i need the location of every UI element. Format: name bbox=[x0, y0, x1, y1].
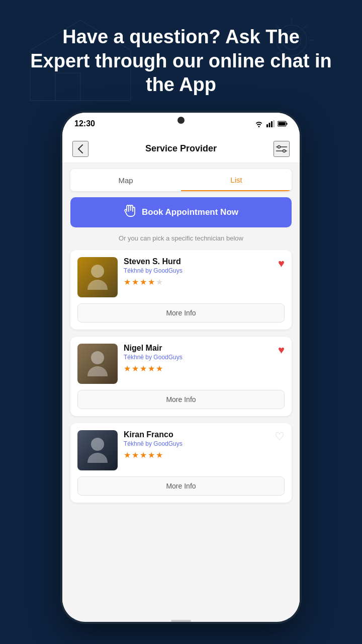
subtitle-text: Or you can pick a specific technician be… bbox=[70, 234, 292, 242]
hand-click-icon bbox=[124, 204, 137, 220]
star-3: ★ bbox=[140, 277, 147, 287]
nigel-avatar bbox=[77, 344, 118, 384]
header-title: Service Provider bbox=[145, 143, 217, 154]
star-5: ★ bbox=[156, 450, 163, 460]
star-2: ★ bbox=[132, 277, 139, 287]
star-3: ★ bbox=[140, 364, 147, 373]
svg-rect-18 bbox=[274, 120, 275, 127]
svg-point-29 bbox=[91, 351, 104, 364]
star-1: ★ bbox=[124, 277, 131, 287]
scroll-content[interactable]: Book Appointment Now Or you can pick a s… bbox=[62, 197, 300, 618]
battery-icon bbox=[278, 121, 288, 127]
card-top-nigel: Nigel Mair Tékhnē by GoodGuys ★ ★ ★ ★ ★ … bbox=[77, 344, 285, 384]
provider-info-nigel: Nigel Mair Tékhnē by GoodGuys ★ ★ ★ ★ ★ bbox=[124, 344, 272, 373]
star-5: ★ bbox=[156, 364, 163, 373]
provider-photo-steven bbox=[77, 257, 118, 297]
scroll-indicator bbox=[171, 620, 191, 622]
star-4: ★ bbox=[148, 364, 155, 373]
star-2: ★ bbox=[132, 364, 139, 373]
heart-empty-icon: ♡ bbox=[275, 430, 285, 443]
provider-info-kiran: Kiran Franco Tékhnē by GoodGuys ★ ★ ★ ★ … bbox=[124, 430, 268, 460]
star-1: ★ bbox=[124, 364, 131, 373]
provider-photo-kiran bbox=[77, 430, 118, 470]
more-info-button-kiran[interactable]: More Info bbox=[77, 476, 285, 496]
stars-kiran: ★ ★ ★ ★ ★ bbox=[124, 450, 268, 460]
card-top-steven: Steven S. Hurd Tékhnē by GoodGuys ★ ★ ★ … bbox=[77, 257, 285, 297]
heart-filled-icon: ♥ bbox=[278, 257, 285, 270]
provider-name-kiran: Kiran Franco bbox=[124, 430, 268, 439]
more-info-button-steven[interactable]: More Info bbox=[77, 303, 285, 323]
phone-screen: 12:30 bbox=[62, 113, 300, 622]
svg-rect-21 bbox=[279, 122, 286, 126]
provider-name-nigel: Nigel Mair bbox=[124, 344, 272, 353]
more-info-button-nigel[interactable]: More Info bbox=[77, 390, 285, 409]
stars-nigel: ★ ★ ★ ★ ★ bbox=[124, 364, 272, 373]
book-button-label: Book Appointment Now bbox=[142, 207, 238, 217]
favorite-button-nigel[interactable]: ♥ bbox=[278, 344, 285, 357]
favorite-button-kiran[interactable]: ♡ bbox=[275, 430, 285, 443]
svg-rect-15 bbox=[266, 124, 268, 127]
app-header: Service Provider bbox=[62, 135, 300, 163]
tab-list[interactable]: List bbox=[181, 169, 292, 191]
book-appointment-button[interactable]: Book Appointment Now bbox=[70, 197, 292, 227]
card-top-kiran: Kiran Franco Tékhnē by GoodGuys ★ ★ ★ ★ … bbox=[77, 430, 285, 470]
provider-card-nigel: Nigel Mair Tékhnē by GoodGuys ★ ★ ★ ★ ★ … bbox=[70, 337, 292, 416]
stars-steven: ★ ★ ★ ★ ★ bbox=[124, 277, 272, 287]
provider-info-steven: Steven S. Hurd Tékhnē by GoodGuys ★ ★ ★ … bbox=[124, 257, 272, 287]
star-4: ★ bbox=[148, 277, 155, 287]
provider-card-kiran: Kiran Franco Tékhnē by GoodGuys ★ ★ ★ ★ … bbox=[70, 423, 292, 503]
back-button[interactable] bbox=[72, 141, 88, 157]
star-3: ★ bbox=[140, 450, 147, 460]
svg-rect-16 bbox=[269, 123, 270, 127]
provider-company-steven: Tékhnē by GoodGuys bbox=[124, 267, 272, 274]
svg-rect-17 bbox=[271, 121, 273, 127]
star-5: ★ bbox=[156, 277, 163, 287]
hero-title: Have a question? Ask The Expert through … bbox=[30, 25, 332, 97]
svg-point-28 bbox=[91, 265, 104, 278]
camera-notch bbox=[177, 117, 185, 124]
phone-mockup: 12:30 bbox=[60, 111, 302, 624]
wifi-icon bbox=[254, 120, 263, 127]
svg-rect-20 bbox=[287, 123, 288, 125]
favorite-button-steven[interactable]: ♥ bbox=[278, 257, 285, 270]
provider-company-nigel: Tékhnē by GoodGuys bbox=[124, 354, 272, 361]
provider-company-kiran: Tékhnē by GoodGuys bbox=[124, 440, 268, 447]
status-icons bbox=[254, 120, 288, 127]
status-time: 12:30 bbox=[74, 119, 95, 128]
steven-avatar bbox=[77, 257, 118, 297]
star-4: ★ bbox=[148, 450, 155, 460]
provider-photo-nigel bbox=[77, 344, 118, 384]
kiran-avatar bbox=[77, 430, 118, 470]
svg-point-30 bbox=[91, 438, 104, 451]
star-1: ★ bbox=[124, 450, 131, 460]
heart-filled-icon: ♥ bbox=[278, 344, 285, 356]
tab-bar: Map List bbox=[70, 169, 292, 191]
filter-button[interactable] bbox=[274, 141, 290, 157]
provider-card-steven: Steven S. Hurd Tékhnē by GoodGuys ★ ★ ★ … bbox=[70, 250, 292, 330]
star-2: ★ bbox=[132, 450, 139, 460]
tab-map[interactable]: Map bbox=[70, 169, 181, 191]
signal-icon bbox=[266, 120, 275, 127]
status-bar: 12:30 bbox=[62, 113, 300, 135]
provider-name-steven: Steven S. Hurd bbox=[124, 257, 272, 266]
hero-section: Have a question? Ask The Expert through … bbox=[0, 25, 362, 97]
